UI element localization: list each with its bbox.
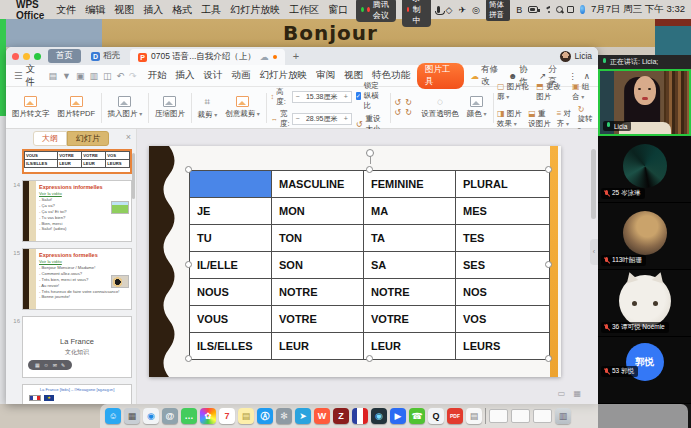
dock-minimized-window[interactable] xyxy=(511,409,530,423)
slide-thumbnail-15[interactable]: Expressions formelles Voir la vidéo - Bo… xyxy=(22,248,132,310)
table-cell[interactable]: IL/ELLE xyxy=(190,252,272,279)
tab-slides[interactable]: 幻灯片 xyxy=(67,131,109,146)
file-menu-button[interactable]: ☰ 文件 xyxy=(14,63,41,89)
menu-item[interactable]: 窗口 xyxy=(328,3,348,17)
width-input[interactable]: − 28.95厘米 + xyxy=(292,113,352,125)
table-cell[interactable]: SON xyxy=(272,252,364,279)
microphone-icon[interactable] xyxy=(437,6,439,13)
menu-item[interactable]: 文件 xyxy=(56,3,76,17)
menu-item[interactable]: 工作区 xyxy=(289,3,319,17)
color-button[interactable]: 颜色 ▾ xyxy=(465,96,489,119)
increment-button[interactable]: + xyxy=(341,93,351,100)
meeting-status-badge[interactable]: 腾讯会议 xyxy=(356,0,395,22)
recording-badge[interactable]: 录制中 xyxy=(402,0,432,27)
image-to-text-button[interactable]: 图片转文字 xyxy=(10,96,52,119)
table-cell[interactable]: NOTRE xyxy=(272,279,364,306)
participant-tile-3[interactable]: 113叶韶珊 xyxy=(598,203,691,270)
dock-minimized-window[interactable] xyxy=(489,409,508,423)
tab-document[interactable]: P 0705 语音...自我介绍（上） ☁ xyxy=(130,49,285,65)
table-cell[interactable]: MON xyxy=(272,198,364,225)
bluetooth-icon[interactable]: B xyxy=(516,5,522,15)
selection-handle[interactable] xyxy=(366,355,373,362)
collapse-ribbon-icon[interactable]: ∧ xyxy=(584,71,590,81)
table-cell[interactable]: SA xyxy=(364,252,456,279)
height-input[interactable]: − 15.38厘米 + xyxy=(292,91,352,103)
panel-collapse-handle[interactable]: ‹ xyxy=(590,239,598,265)
selection-handle[interactable] xyxy=(366,166,373,173)
table-cell[interactable]: MES xyxy=(456,198,550,225)
dock-item-wechat[interactable]: ☎ xyxy=(409,408,425,424)
selection-handle[interactable] xyxy=(185,355,192,362)
table-header-cell[interactable]: FEMININE xyxy=(364,171,456,198)
menu-item[interactable]: 动画 xyxy=(232,69,251,82)
slide-thumbnail-14[interactable]: Expressions informelles Voir la vidéo - … xyxy=(22,180,132,242)
slide-thumbnail-17[interactable]: La France [fʁɑ̃s] – l'Hexagone [ɛɡzaɡɔn]… xyxy=(22,384,132,404)
menu-item[interactable]: 编辑 xyxy=(85,3,105,17)
selection-handle[interactable] xyxy=(185,261,192,268)
cube-icon[interactable]: ◇ xyxy=(446,5,453,15)
tab-home[interactable]: 首页 xyxy=(48,49,81,63)
table-cell[interactable]: VOTRE xyxy=(272,306,364,333)
zoom-window-button[interactable] xyxy=(34,53,41,60)
print-icon[interactable]: ▥ xyxy=(89,71,98,81)
dock-item-notes[interactable]: ▤ xyxy=(238,408,254,424)
dock-item-launchpad[interactable]: ▦ xyxy=(124,408,140,424)
dock-item-safari[interactable]: ◉ xyxy=(143,408,159,424)
table-cell[interactable]: TON xyxy=(272,225,364,252)
redo-icon[interactable]: ↷ xyxy=(129,71,137,81)
undo-icon[interactable]: ↶ xyxy=(116,71,124,81)
close-window-button[interactable] xyxy=(12,53,19,60)
table-header-cell[interactable] xyxy=(190,171,272,198)
selection-handle[interactable] xyxy=(185,166,192,173)
group-button[interactable]: ▣ 组合 ▾ xyxy=(572,82,594,102)
tab-docer[interactable]: D 稻壳 xyxy=(86,49,125,63)
increment-button[interactable]: + xyxy=(341,115,351,122)
table-cell[interactable]: TES xyxy=(456,225,550,252)
new-icon[interactable]: ▤ xyxy=(48,71,57,81)
dock-item-photos[interactable]: ✿ xyxy=(200,408,216,424)
dock-item-pdf-document[interactable]: PDF xyxy=(447,408,463,424)
table-cell[interactable]: TA xyxy=(364,225,456,252)
creative-crop-button[interactable]: 创意裁剪 ▾ xyxy=(223,96,262,119)
height-value[interactable]: 15.38厘米 xyxy=(303,92,341,102)
table-cell[interactable]: JE xyxy=(190,198,272,225)
rotate-handle[interactable] xyxy=(366,149,374,157)
rotate-left-icon[interactable]: ↺ xyxy=(394,98,404,107)
dock-item-tencent-meeting[interactable]: ▶ xyxy=(390,408,406,424)
table-cell[interactable]: NOUS xyxy=(190,279,272,306)
app-name[interactable]: WPS Office xyxy=(16,0,48,21)
table-header-cell[interactable]: MASCULINE xyxy=(272,171,364,198)
picture-outline-button[interactable]: ▢ 图片轮廓 ▾ xyxy=(497,82,530,102)
rotate-right-icon[interactable]: ↻ xyxy=(405,98,415,107)
table-cell[interactable]: SES xyxy=(456,252,550,279)
dock-item-calendar[interactable]: 7 xyxy=(219,408,235,424)
table-cell[interactable]: TU xyxy=(190,225,272,252)
menu-item[interactable]: 视图 xyxy=(114,3,134,17)
table-cell[interactable]: VOUS xyxy=(190,306,272,333)
menu-item[interactable]: 幻灯片放映 xyxy=(260,69,308,82)
view-buttons[interactable]: ▭ ▦ xyxy=(558,389,584,398)
table-cell[interactable]: LEURS xyxy=(456,333,550,360)
new-tab-button[interactable]: + xyxy=(290,50,302,62)
save-icon[interactable]: ▣ xyxy=(76,71,85,81)
transparent-color-button[interactable]: ◌ 设置透明色 xyxy=(419,96,461,119)
flip-v-icon[interactable]: ↻ xyxy=(405,108,415,117)
participant-tile-5[interactable]: 郭悦 53 郭悦 xyxy=(598,337,691,404)
target-icon[interactable]: ◎ xyxy=(472,5,480,15)
change-picture-button[interactable]: ⬒ 更改图片 xyxy=(536,82,566,102)
preview-icon[interactable]: ◫ xyxy=(103,71,112,81)
sidebar-scrollbar[interactable] xyxy=(132,153,135,199)
display-icon[interactable] xyxy=(567,6,574,13)
menu-item[interactable]: 设计 xyxy=(204,69,223,82)
dock-item-app-store[interactable]: Ⓐ xyxy=(257,408,273,424)
slide-thumbnail-16[interactable]: La France 文化知识 ▦ ☺ ✉ ✎ xyxy=(22,316,132,378)
paperplane-icon[interactable]: ✈ xyxy=(458,5,466,15)
decrement-button[interactable]: − xyxy=(293,93,303,100)
decrement-button[interactable]: − xyxy=(293,115,303,122)
picture-effects-button[interactable]: ◨ 图片效果 ▾ xyxy=(497,109,522,129)
menu-item[interactable]: 审阅 xyxy=(316,69,335,82)
align-button[interactable]: ≡ 对齐 ▾ xyxy=(557,109,572,129)
image-to-pdf-button[interactable]: 图片转PDF xyxy=(56,96,98,119)
dock-item-qq[interactable]: Q xyxy=(428,408,444,424)
menu-item[interactable]: 插入 xyxy=(143,3,163,17)
